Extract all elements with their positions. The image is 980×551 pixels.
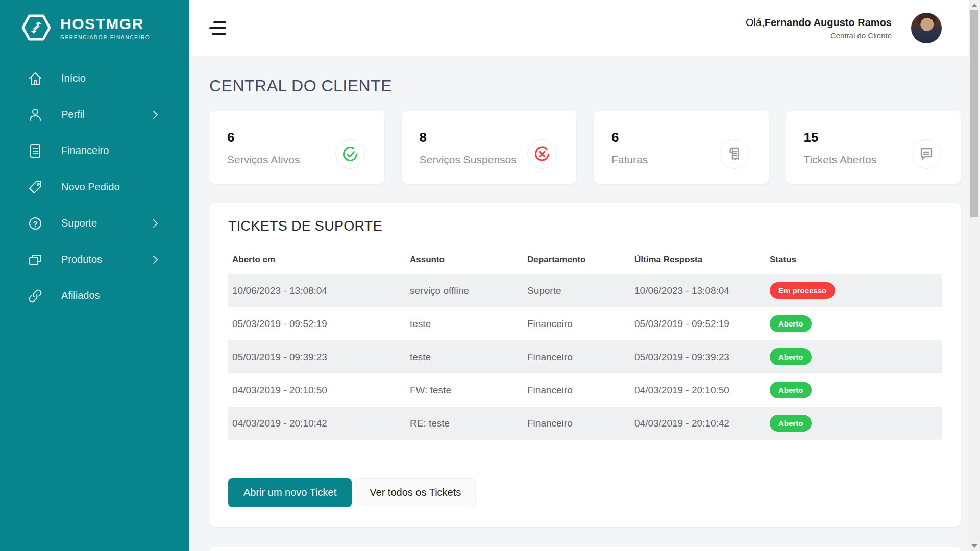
col-header-departamento: Departamento [523, 247, 630, 274]
sidebar-item-label: Produtos [61, 254, 102, 265]
all-tickets-button[interactable]: Ver todos os Tickets [355, 478, 476, 507]
sidebar-item-label: Novo Pedido [61, 181, 120, 193]
table-row[interactable]: 04/03/2019 - 20:10:50 FW: teste Financei… [228, 373, 942, 407]
main-area: Olá,Fernando Augusto Ramos Central do Cl… [189, 0, 980, 551]
chevron-right-icon [153, 110, 158, 119]
chevron-right-icon [153, 219, 158, 228]
hostmgr-logo-icon [21, 13, 51, 42]
link-icon [28, 288, 43, 304]
sidebar-item-perfil[interactable]: Perfil [0, 96, 189, 133]
table-row[interactable]: 05/03/2019 - 09:52:19 teste Financeiro 0… [228, 307, 942, 340]
page-scrollbar[interactable] [969, 0, 980, 551]
col-header-ultima-resposta: Última Resposta [630, 247, 766, 274]
new-ticket-button[interactable]: Abrir um novo Ticket [228, 478, 352, 507]
topbar: Olá,Fernando Augusto Ramos Central do Cl… [189, 0, 980, 56]
status-badge: Aberto [770, 315, 812, 332]
sidebar-item-inicio[interactable]: Início [0, 60, 189, 96]
sidebar-item-novo-pedido[interactable]: Novo Pedido [0, 169, 189, 205]
logo[interactable]: HOSTMGR GERENCIADOR FINANCEIRO [0, 0, 189, 42]
table-row[interactable]: 04/03/2019 - 20:10:42 RE: teste Financei… [228, 407, 942, 440]
user-avatar[interactable] [911, 13, 942, 43]
next-section-panel [209, 547, 961, 551]
sidebar-item-label: Perfil [61, 109, 85, 120]
stat-label: Serviços Suspensos [420, 154, 517, 166]
stat-card-servicos-suspensos[interactable]: 8 Serviços Suspensos [402, 111, 577, 184]
sidebar: HOSTMGR GERENCIADOR FINANCEIRO Início [0, 0, 189, 551]
logo-title: HOSTMGR [60, 15, 150, 33]
copy-icon [28, 252, 43, 267]
stat-card-tickets-abertos[interactable]: 15 Tickets Abertos [786, 111, 961, 184]
status-badge: Aberto [770, 382, 812, 398]
stat-label: Tickets Abertos [804, 154, 877, 166]
scrollbar-thumb[interactable] [970, 10, 978, 217]
stat-card-servicos-ativos[interactable]: 6 Serviços Ativos [209, 111, 384, 184]
tickets-panel-title: TICKETS DE SUPORTE [228, 218, 942, 234]
sidebar-item-label: Afiliados [61, 290, 100, 302]
hamburger-icon [213, 21, 226, 23]
check-circle-icon [335, 139, 365, 169]
sidebar-item-label: Suporte [61, 217, 97, 229]
stat-label: Serviços Ativos [227, 154, 300, 166]
table-row[interactable]: 05/03/2019 - 09:39:23 teste Financeiro 0… [228, 340, 942, 373]
arrow-up-icon [971, 4, 977, 7]
status-badge: Aberto [770, 415, 812, 432]
home-icon [28, 71, 43, 86]
status-badge: Em processo [770, 282, 835, 299]
table-row[interactable]: 10/06/2023 - 13:08:04 serviço offline Su… [228, 274, 942, 307]
sidebar-menu: Início Perfil [0, 60, 189, 314]
user-greeting-block: Olá,Fernando Augusto Ramos Central do Cl… [746, 17, 892, 40]
app-root: HOSTMGR GERENCIADOR FINANCEIRO Início [0, 0, 980, 551]
chevron-right-icon [153, 255, 158, 264]
sidebar-item-afiliados[interactable]: Afiliados [0, 278, 189, 314]
tickets-table: Aberto em Assunto Departamento Última Re… [228, 247, 942, 440]
logo-subtitle: GERENCIADOR FINANCEIRO [60, 35, 150, 40]
sidebar-item-label: Início [61, 72, 86, 84]
sidebar-item-suporte[interactable]: ? Suporte [0, 205, 189, 241]
sidebar-item-label: Financeiro [61, 145, 109, 157]
arrow-down-icon [971, 544, 977, 548]
col-header-assunto: Assunto [406, 247, 523, 274]
stat-label: Faturas [611, 154, 648, 166]
stat-value: 6 [611, 130, 648, 145]
status-badge: Aberto [770, 348, 812, 365]
tag-icon [28, 180, 43, 195]
stat-value: 8 [420, 130, 517, 145]
sidebar-item-financeiro[interactable]: Financeiro [0, 133, 189, 169]
scrollbar-down-button[interactable] [969, 541, 980, 551]
svg-text:?: ? [33, 219, 37, 228]
invoice-icon [28, 143, 43, 159]
x-circle-icon [527, 139, 557, 169]
chat-icon [912, 139, 941, 169]
scrollbar-up-button[interactable] [969, 0, 980, 10]
content: CENTRAL DO CLIENTE 6 Serviços Ativos [189, 56, 980, 551]
stat-card-faturas[interactable]: 6 Faturas [594, 111, 769, 184]
user-greeting: Olá,Fernando Augusto Ramos [746, 17, 892, 29]
tickets-panel: TICKETS DE SUPORTE Aberto em Assunto Dep… [209, 203, 961, 527]
receipt-icon [720, 139, 749, 169]
person-icon [28, 107, 43, 122]
page-title: CENTRAL DO CLIENTE [209, 78, 961, 94]
stat-value: 6 [227, 130, 300, 145]
menu-toggle-button[interactable] [209, 21, 226, 35]
user-name: Fernando Augusto Ramos [765, 17, 892, 28]
stat-cards: 6 Serviços Ativos 8 Serviços Suspensos [209, 111, 961, 184]
col-header-status: Status [766, 247, 942, 274]
user-subtitle: Central do Cliente [746, 31, 892, 40]
sidebar-item-produtos[interactable]: Produtos [0, 241, 189, 278]
help-circle-icon: ? [28, 216, 43, 231]
col-header-aberto-em: Aberto em [228, 247, 406, 274]
stat-value: 15 [804, 130, 877, 145]
